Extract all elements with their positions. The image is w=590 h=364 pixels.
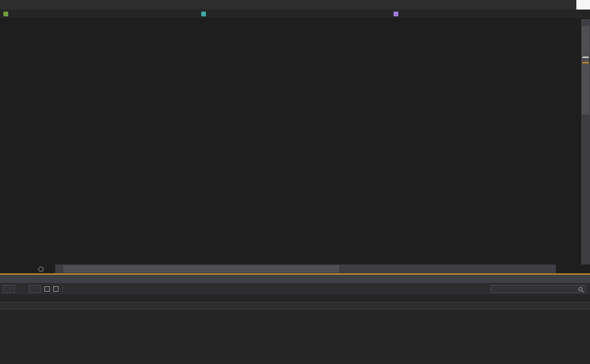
- find-panel-title[interactable]: [0, 275, 590, 283]
- scrollbar-thumb[interactable]: [63, 265, 339, 273]
- type-dropdown[interactable]: [198, 10, 390, 18]
- editor-vertical-scrollbar[interactable]: [581, 19, 590, 264]
- navigation-bar: [0, 10, 590, 19]
- document-health-indicator[interactable]: [35, 267, 48, 272]
- editor-horizontal-scrollbar[interactable]: [55, 264, 556, 273]
- group-by-dropdown[interactable]: [29, 285, 41, 293]
- collapse-all-icon[interactable]: [53, 286, 59, 292]
- scrollbar-thumb[interactable]: [582, 26, 589, 115]
- scope-dropdown[interactable]: [3, 285, 15, 293]
- search-icon: [578, 287, 582, 291]
- property-icon: [394, 12, 398, 16]
- editor-lines: [0, 19, 581, 264]
- class-icon: [201, 12, 206, 16]
- scroll-left-icon[interactable]: [55, 264, 62, 273]
- scroll-down-icon[interactable]: [581, 258, 590, 264]
- project-dropdown[interactable]: [0, 10, 198, 18]
- tab-editorparameters-active[interactable]: [576, 0, 590, 10]
- find-results-tree: [0, 309, 590, 364]
- document-tabstrip: [0, 0, 590, 10]
- search-results-box[interactable]: [490, 285, 586, 293]
- find-summary: [0, 294, 590, 302]
- check-icon: [38, 267, 44, 272]
- project-icon: [3, 12, 8, 16]
- find-toolbar: [0, 283, 590, 294]
- scrollbar-caret-mark: [582, 57, 589, 58]
- expand-all-icon[interactable]: [44, 286, 50, 292]
- member-dropdown[interactable]: [390, 10, 590, 18]
- editor-status-bar: [0, 264, 590, 273]
- code-editor[interactable]: [0, 19, 590, 264]
- scroll-right-icon[interactable]: [549, 264, 556, 273]
- results-column-header: [0, 302, 590, 309]
- vs-window: [0, 0, 590, 364]
- search-input[interactable]: [494, 286, 576, 291]
- find-results-panel: [0, 275, 590, 364]
- scrollbar-match-mark: [582, 62, 589, 63]
- scroll-up-icon[interactable]: [581, 19, 590, 26]
- toolbar-separator: [62, 286, 63, 292]
